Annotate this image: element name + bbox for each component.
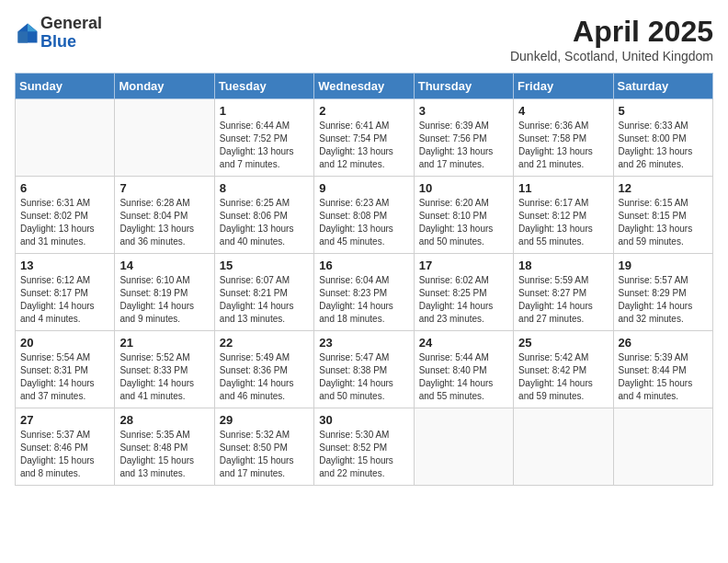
- day-info: Sunrise: 6:02 AM Sunset: 8:25 PM Dayligh…: [419, 274, 508, 326]
- day-info: Sunrise: 5:47 AM Sunset: 8:38 PM Dayligh…: [319, 351, 408, 403]
- day-info: Sunrise: 6:07 AM Sunset: 8:21 PM Dayligh…: [220, 274, 309, 326]
- title-area: April 2025 Dunkeld, Scotland, United Kin…: [510, 15, 713, 63]
- day-number: 15: [220, 259, 309, 272]
- calendar-cell: [115, 99, 214, 177]
- day-number: 21: [119, 336, 209, 350]
- day-info: Sunrise: 5:30 AM Sunset: 8:52 PM Dayligh…: [319, 429, 408, 480]
- calendar-cell: 19Sunrise: 5:57 AM Sunset: 8:29 PM Dayli…: [613, 254, 712, 331]
- week-row-2: 13Sunrise: 6:12 AM Sunset: 8:17 PM Dayli…: [16, 254, 713, 331]
- day-info: Sunrise: 5:35 AM Sunset: 8:48 PM Dayligh…: [119, 429, 209, 480]
- calendar-cell: 17Sunrise: 6:02 AM Sunset: 8:25 PM Dayli…: [414, 254, 513, 331]
- calendar-cell: 20Sunrise: 5:54 AM Sunset: 8:31 PM Dayli…: [16, 331, 115, 408]
- svg-marker-1: [28, 23, 38, 31]
- day-number: 20: [20, 336, 109, 350]
- day-info: Sunrise: 5:57 AM Sunset: 8:29 PM Dayligh…: [619, 274, 708, 326]
- calendar-cell: 1Sunrise: 6:44 AM Sunset: 7:52 PM Daylig…: [214, 99, 313, 177]
- logo-icon: [15, 20, 40, 46]
- calendar-cell: 11Sunrise: 6:17 AM Sunset: 8:12 PM Dayli…: [514, 177, 613, 254]
- day-info: Sunrise: 6:31 AM Sunset: 8:02 PM Dayligh…: [20, 197, 109, 248]
- calendar-cell: 21Sunrise: 5:52 AM Sunset: 8:33 PM Dayli…: [115, 331, 214, 408]
- calendar-cell: 18Sunrise: 5:59 AM Sunset: 8:27 PM Dayli…: [514, 254, 613, 331]
- day-number: 29: [220, 413, 309, 427]
- day-info: Sunrise: 5:39 AM Sunset: 8:44 PM Dayligh…: [619, 351, 708, 403]
- calendar-cell: 14Sunrise: 6:10 AM Sunset: 8:19 PM Dayli…: [115, 254, 214, 331]
- day-info: Sunrise: 5:32 AM Sunset: 8:50 PM Dayligh…: [220, 429, 309, 480]
- calendar-cell: 10Sunrise: 6:20 AM Sunset: 8:10 PM Dayli…: [414, 177, 513, 254]
- day-number: 22: [220, 336, 309, 350]
- weekday-header-sunday: Sunday: [16, 74, 115, 99]
- day-info: Sunrise: 6:36 AM Sunset: 7:58 PM Dayligh…: [518, 120, 608, 171]
- calendar-cell: 16Sunrise: 6:04 AM Sunset: 8:23 PM Dayli…: [314, 254, 414, 331]
- day-info: Sunrise: 5:59 AM Sunset: 8:27 PM Dayligh…: [518, 274, 608, 326]
- svg-marker-2: [18, 31, 28, 42]
- calendar-cell: 4Sunrise: 6:36 AM Sunset: 7:58 PM Daylig…: [514, 99, 613, 177]
- main-title: April 2025: [510, 15, 713, 49]
- day-info: Sunrise: 5:37 AM Sunset: 8:46 PM Dayligh…: [20, 429, 109, 480]
- day-info: Sunrise: 6:15 AM Sunset: 8:15 PM Dayligh…: [619, 197, 708, 248]
- day-number: 26: [619, 336, 708, 350]
- day-info: Sunrise: 6:10 AM Sunset: 8:19 PM Dayligh…: [119, 274, 209, 326]
- weekday-header-thursday: Thursday: [414, 74, 513, 99]
- day-info: Sunrise: 6:23 AM Sunset: 8:08 PM Dayligh…: [319, 197, 408, 248]
- day-number: 8: [220, 181, 309, 195]
- day-number: 6: [20, 181, 109, 195]
- logo-blue-text: Blue: [40, 32, 76, 51]
- day-number: 24: [419, 336, 508, 350]
- day-number: 27: [20, 413, 109, 427]
- logo: General Blue: [15, 15, 102, 52]
- day-info: Sunrise: 5:42 AM Sunset: 8:42 PM Dayligh…: [518, 351, 608, 403]
- calendar-cell: 24Sunrise: 5:44 AM Sunset: 8:40 PM Dayli…: [414, 331, 513, 408]
- week-row-3: 20Sunrise: 5:54 AM Sunset: 8:31 PM Dayli…: [16, 331, 713, 408]
- day-number: 1: [220, 104, 309, 118]
- calendar-cell: 28Sunrise: 5:35 AM Sunset: 8:48 PM Dayli…: [115, 408, 214, 486]
- day-info: Sunrise: 5:49 AM Sunset: 8:36 PM Dayligh…: [220, 351, 309, 403]
- day-number: 30: [319, 413, 408, 427]
- day-info: Sunrise: 6:44 AM Sunset: 7:52 PM Dayligh…: [220, 120, 309, 171]
- day-info: Sunrise: 5:44 AM Sunset: 8:40 PM Dayligh…: [419, 351, 508, 403]
- calendar-cell: 6Sunrise: 6:31 AM Sunset: 8:02 PM Daylig…: [16, 177, 115, 254]
- calendar-cell: [613, 408, 712, 486]
- day-number: 10: [419, 181, 508, 195]
- day-info: Sunrise: 6:20 AM Sunset: 8:10 PM Dayligh…: [419, 197, 508, 248]
- weekday-header-tuesday: Tuesday: [214, 74, 313, 99]
- day-number: 17: [419, 259, 508, 272]
- calendar-cell: 27Sunrise: 5:37 AM Sunset: 8:46 PM Dayli…: [16, 408, 115, 486]
- calendar-cell: 26Sunrise: 5:39 AM Sunset: 8:44 PM Dayli…: [613, 331, 712, 408]
- day-number: 11: [518, 181, 608, 195]
- calendar-cell: [514, 408, 613, 486]
- calendar-cell: 22Sunrise: 5:49 AM Sunset: 8:36 PM Dayli…: [214, 331, 313, 408]
- calendar-cell: 7Sunrise: 6:28 AM Sunset: 8:04 PM Daylig…: [115, 177, 214, 254]
- day-number: 18: [518, 259, 608, 272]
- day-info: Sunrise: 6:28 AM Sunset: 8:04 PM Dayligh…: [119, 197, 209, 248]
- day-number: 13: [20, 259, 109, 272]
- calendar-cell: 29Sunrise: 5:32 AM Sunset: 8:50 PM Dayli…: [214, 408, 313, 486]
- day-number: 4: [518, 104, 608, 118]
- day-number: 16: [319, 259, 408, 272]
- day-number: 23: [319, 336, 408, 350]
- week-row-4: 27Sunrise: 5:37 AM Sunset: 8:46 PM Dayli…: [16, 408, 713, 486]
- calendar-cell: [414, 408, 513, 486]
- day-info: Sunrise: 6:12 AM Sunset: 8:17 PM Dayligh…: [20, 274, 109, 326]
- calendar-cell: 5Sunrise: 6:33 AM Sunset: 8:00 PM Daylig…: [613, 99, 712, 177]
- subtitle: Dunkeld, Scotland, United Kingdom: [510, 49, 713, 63]
- calendar-cell: 15Sunrise: 6:07 AM Sunset: 8:21 PM Dayli…: [214, 254, 313, 331]
- day-info: Sunrise: 6:17 AM Sunset: 8:12 PM Dayligh…: [518, 197, 608, 248]
- calendar-cell: 8Sunrise: 6:25 AM Sunset: 8:06 PM Daylig…: [214, 177, 313, 254]
- day-number: 2: [319, 104, 408, 118]
- calendar-cell: 3Sunrise: 6:39 AM Sunset: 7:56 PM Daylig…: [414, 99, 513, 177]
- day-number: 7: [119, 181, 209, 195]
- calendar-cell: 30Sunrise: 5:30 AM Sunset: 8:52 PM Dayli…: [314, 408, 414, 486]
- day-number: 12: [619, 181, 708, 195]
- calendar-cell: 25Sunrise: 5:42 AM Sunset: 8:42 PM Dayli…: [514, 331, 613, 408]
- calendar-cell: 12Sunrise: 6:15 AM Sunset: 8:15 PM Dayli…: [613, 177, 712, 254]
- day-info: Sunrise: 6:33 AM Sunset: 8:00 PM Dayligh…: [619, 120, 708, 171]
- header: General Blue April 2025 Dunkeld, Scotlan…: [15, 15, 713, 63]
- weekday-header-row: SundayMondayTuesdayWednesdayThursdayFrid…: [16, 74, 713, 99]
- weekday-header-wednesday: Wednesday: [314, 74, 414, 99]
- week-row-1: 6Sunrise: 6:31 AM Sunset: 8:02 PM Daylig…: [16, 177, 713, 254]
- day-number: 3: [419, 104, 508, 118]
- calendar-cell: 9Sunrise: 6:23 AM Sunset: 8:08 PM Daylig…: [314, 177, 414, 254]
- logo-general-text: General: [40, 14, 102, 32]
- calendar-cell: 2Sunrise: 6:41 AM Sunset: 7:54 PM Daylig…: [314, 99, 414, 177]
- week-row-0: 1Sunrise: 6:44 AM Sunset: 7:52 PM Daylig…: [16, 99, 713, 177]
